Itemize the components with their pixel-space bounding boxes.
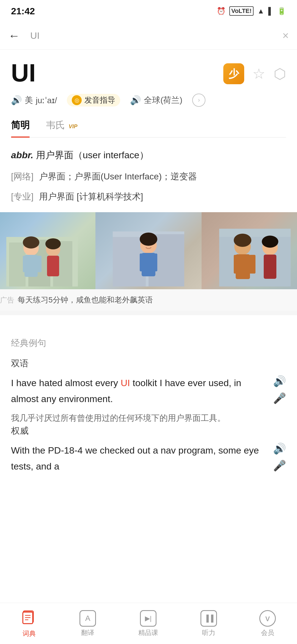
status-time: 21:42 (11, 6, 35, 17)
example-en-1: I have hated almost every UI toolkit I h… (11, 375, 268, 407)
example-en-before-1: I have hated almost every (11, 378, 121, 388)
main-definition: abbr. 用户界面（user interface） (11, 148, 286, 162)
favorite-button[interactable]: ☆ (252, 66, 265, 82)
example-type-authoritative: 权威 (11, 425, 286, 437)
fanyi-icon: A (79, 610, 96, 627)
huiyuan-icon: v (259, 610, 276, 627)
word-header: UI 少 ☆ ⬡ (11, 61, 286, 85)
nav-label-fanyi: 翻译 (81, 628, 94, 637)
svg-rect-6 (23, 256, 28, 272)
volte-icon: VoLTE! (229, 6, 254, 16)
us-label: 美 (25, 95, 33, 106)
example-actions-2: 🔊 🎤 (273, 443, 286, 472)
clear-button[interactable]: × (282, 29, 289, 42)
ad-image-3 (202, 212, 297, 289)
examples-section: 经典例句 双语 I have hated almost every UI too… (0, 315, 297, 478)
example-text-authoritative-1: With the PD-18-4 we checked out a nav pr… (11, 443, 268, 478)
tabs: 简明 韦氏 VIP (11, 115, 286, 138)
svg-rect-18 (140, 253, 146, 271)
ad-caption[interactable]: 广告 每天练习5分钟，咸鱼也能和老外飙英语 (0, 289, 297, 311)
example-item-bilingual-1: I have hated almost every UI toolkit I h… (11, 375, 286, 425)
pronunciation-guide[interactable]: ◎ 发音指导 (67, 94, 120, 107)
professional-tag: [专业] (11, 189, 34, 204)
svg-point-23 (234, 234, 251, 247)
example-type-bilingual: 双语 (11, 358, 286, 370)
us-speaker-icon: 🔊 (11, 95, 22, 105)
svg-rect-25 (234, 255, 240, 274)
example-actions-1: 🔊 🎤 (273, 375, 286, 404)
definitions: abbr. 用户界面（user interface） [网络] 户界面；户界面(… (11, 148, 286, 204)
us-pronunciation[interactable]: 🔊 美 juːˈaɪ/ (11, 95, 57, 106)
professional-def-text: 用户界面 [计算机科学技术] (39, 189, 286, 204)
jingpinke-icon: ▶| (140, 610, 156, 627)
svg-rect-7 (36, 256, 42, 272)
ad-image-2 (95, 212, 202, 289)
global-speaker-icon: 🔊 (130, 95, 141, 105)
status-icons: ⏰ VoLTE! ▲ ▌ 🔋 (217, 6, 286, 16)
example-text-bilingual-1: I have hated almost every UI toolkit I h… (11, 375, 268, 425)
network-definition: [网络] 户界面；户界面(User Interface)；逆变器 (11, 169, 286, 184)
global-label: 全球(荷兰) (144, 95, 182, 106)
guide-label: 发音指导 (84, 95, 115, 105)
section-title: 经典例句 (11, 337, 286, 349)
status-bar: 21:42 ⏰ VoLTE! ▲ ▌ 🔋 (0, 0, 297, 22)
nav-label-cidian: 词典 (23, 629, 36, 638)
example-en-auth-text: With the PD-18-4 we checked out a nav pr… (11, 445, 259, 471)
more-pronunciation-button[interactable]: › (192, 94, 205, 107)
share-button[interactable]: ⬡ (274, 66, 286, 82)
svg-point-11 (45, 238, 61, 249)
nav-fanyi[interactable]: A 翻译 (79, 610, 96, 637)
tab-weishi[interactable]: 韦氏 VIP (46, 115, 78, 137)
section-divider (0, 311, 297, 315)
ad-image-1 (0, 212, 95, 289)
nav-cidian[interactable]: 词典 (21, 609, 37, 638)
guide-icon: ◎ (72, 95, 82, 105)
ad-section[interactable]: 广告 每天练习5分钟，咸鱼也能和老外飙英语 (0, 212, 297, 311)
svg-rect-26 (249, 255, 255, 274)
shao-button[interactable]: 少 (223, 63, 244, 84)
network-def-text: 户界面；户界面(User Interface)；逆变器 (39, 169, 286, 184)
global-pronunciation[interactable]: 🔊 全球(荷兰) (130, 95, 182, 106)
alarm-icon: ⏰ (217, 7, 226, 15)
wifi-icon: ▲ (257, 7, 265, 15)
tab-jianming[interactable]: 简明 (11, 115, 30, 137)
back-button[interactable]: ← (8, 29, 25, 42)
main-def-text: 用户界面（user interface） (36, 150, 149, 160)
word-title: UI (11, 61, 36, 85)
signal-icon: ▌ (268, 7, 273, 15)
ad-images (0, 212, 297, 289)
nav-tingli[interactable]: ▐▐ 听力 (200, 610, 217, 637)
nav-huiyuan[interactable]: v 会员 (259, 610, 276, 637)
nav-jingpinke[interactable]: ▶| 精品课 (138, 610, 158, 637)
vip-badge: VIP (68, 123, 77, 129)
word-actions: 少 ☆ ⬡ (223, 63, 286, 84)
search-input[interactable] (30, 26, 277, 45)
audio-button-2[interactable]: 🔊 (273, 443, 286, 455)
ad-text: 每天练习5分钟，咸鱼也能和老外飙英语 (18, 295, 153, 305)
main-content: UI 少 ☆ ⬡ 🔊 美 juːˈaɪ/ ◎ 发音指导 🔊 全球( (0, 50, 297, 204)
network-tag: [网络] (11, 169, 34, 184)
example-zh-1: 我几乎讨厌过所有曾使用过的任何环境下的用户界面工具。 (11, 411, 268, 425)
example-en-auth-1: With the PD-18-4 we checked out a nav pr… (11, 443, 268, 474)
audio-button-1[interactable]: 🔊 (273, 375, 286, 387)
nav-label-tingli: 听力 (202, 628, 215, 637)
example-item-authoritative-1: With the PD-18-4 we checked out a nav pr… (11, 443, 286, 478)
svg-point-28 (262, 236, 278, 248)
svg-point-16 (140, 233, 157, 246)
svg-point-8 (23, 236, 39, 249)
svg-rect-29 (264, 255, 276, 279)
bottom-nav: 词典 A 翻译 ▶| 精品课 ▐▐ 听力 v 会员 (0, 603, 297, 644)
svg-rect-10 (47, 256, 59, 276)
mic-button-2[interactable]: 🎤 (273, 460, 286, 472)
battery-icon: 🔋 (277, 7, 286, 15)
svg-rect-19 (151, 253, 157, 271)
nav-label-huiyuan: 会员 (261, 628, 274, 637)
pronunciation-row: 🔊 美 juːˈaɪ/ ◎ 发音指导 🔊 全球(荷兰) › (11, 94, 286, 107)
pos-label: abbr. (11, 150, 36, 160)
example-highlight-1: UI (121, 378, 130, 388)
nav-label-jingpinke: 精品课 (138, 628, 158, 637)
ad-label: 广告 (0, 295, 14, 305)
search-bar: ← × (0, 22, 297, 50)
mic-button-1[interactable]: 🎤 (273, 392, 286, 404)
us-phonetic: juːˈaɪ/ (36, 95, 57, 105)
